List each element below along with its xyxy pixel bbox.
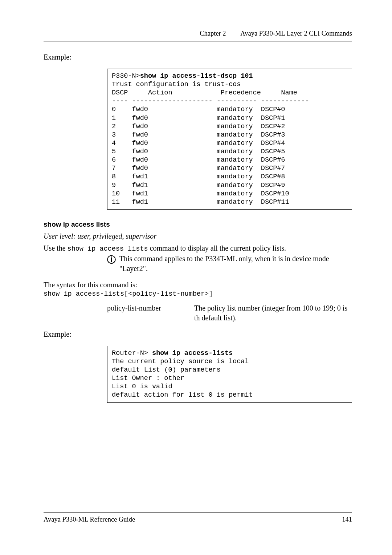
info-note-text: This command applies to the P334T-ML onl… — [119, 254, 352, 274]
ex1-r0-name: DSCP#0 — [261, 106, 285, 113]
ex1-r1-action: fwd0 — [132, 114, 148, 122]
ex1-r0-dscp: 0 — [112, 106, 116, 113]
ex1-r5-prec: mandatory — [217, 148, 253, 155]
ex1-hdr-dscp: DSCP — [112, 89, 128, 97]
ex1-r4-dscp: 4 — [112, 139, 116, 147]
ex2-cmd: show ip access-lists — [152, 349, 233, 357]
usage-cmd-inline: show ip access lists — [68, 245, 148, 253]
ex1-r7-action: fwd0 — [132, 165, 148, 172]
ex1-r3-action: fwd0 — [132, 131, 148, 139]
ex1-r4-prec: mandatory — [217, 139, 253, 147]
ex1-r2-prec: mandatory — [217, 123, 253, 130]
ex1-r1-dscp: 1 — [112, 114, 116, 122]
ex2-line3: List Owner : other — [112, 374, 184, 382]
ex1-r10-prec: mandatory — [217, 190, 253, 198]
ex1-r7-name: DSCP#7 — [261, 165, 285, 172]
ex1-sep1: ---- — [112, 97, 128, 105]
ex1-r5-action: fwd0 — [132, 148, 148, 155]
chapter-label: Chapter 2 — [200, 29, 226, 38]
ex1-r11-prec: mandatory — [217, 198, 253, 206]
ex1-sep3: ---------- — [217, 97, 257, 105]
example2-label: Example: — [44, 329, 352, 339]
footer-rule — [44, 513, 352, 513]
ex1-r3-name: DSCP#3 — [261, 131, 285, 139]
ex1-hdr-precedence: Precedence — [221, 89, 261, 97]
syntax-label: The syntax for this command is: — [44, 280, 352, 290]
ex1-r0-prec: mandatory — [217, 106, 253, 113]
ex1-sep4: ------------ — [261, 97, 309, 105]
ex1-cmd: show ip access-list-dscp 101 — [140, 72, 253, 80]
running-head: Chapter 2 Avaya P330-ML Layer 2 CLI Comm… — [44, 29, 352, 38]
usage-line: Use the show ip access lists command to … — [44, 243, 352, 253]
ex1-r8-prec: mandatory — [217, 173, 253, 181]
ex1-r9-prec: mandatory — [217, 182, 253, 189]
ex1-r2-dscp: 2 — [112, 123, 116, 130]
ex1-r11-action: fwd1 — [132, 198, 148, 206]
ex1-r6-dscp: 6 — [112, 156, 116, 164]
ex1-r2-action: fwd0 — [132, 123, 148, 130]
ex1-r1-prec: mandatory — [217, 114, 253, 122]
ex1-r11-name: DSCP#11 — [261, 198, 289, 206]
ex1-trust-line: Trust configuration is trust-cos — [112, 81, 241, 88]
ex1-r6-action: fwd0 — [132, 156, 148, 164]
ex1-r10-name: DSCP#10 — [261, 190, 289, 198]
ex1-r5-dscp: 5 — [112, 148, 116, 155]
ex1-r4-name: DSCP#4 — [261, 139, 285, 147]
ex1-r8-name: DSCP#8 — [261, 173, 285, 181]
ex2-line2: default List (0) parameters — [112, 366, 221, 374]
user-level-line: User level: user, privileged, supervisor — [44, 231, 352, 241]
ex1-r4-action: fwd0 — [132, 139, 148, 147]
ex2-prompt: Router-N> — [112, 349, 152, 357]
example-label: Example: — [44, 52, 352, 62]
ex1-r9-name: DSCP#9 — [261, 182, 285, 189]
syntax-cmd: show ip access-lists[<policy-list-number… — [44, 290, 352, 298]
example1-code-block: P330-N>show ip access-list-dscp 101 Trus… — [107, 69, 352, 210]
ex2-line5: default action for list 0 is permit — [112, 391, 253, 399]
ex1-r6-prec: mandatory — [217, 156, 253, 164]
ex1-r9-action: fwd1 — [132, 182, 148, 189]
ex1-r8-dscp: 8 — [112, 173, 116, 181]
info-note: ⓘ This command applies to the P334T-ML o… — [107, 254, 352, 274]
info-icon: ⓘ — [107, 254, 119, 266]
usage-suffix: command to display all the current polic… — [148, 244, 286, 252]
ex1-hdr-name: Name — [281, 89, 297, 97]
ex1-r11-dscp: 11 — [112, 198, 120, 206]
ex2-line4: List 0 is valid — [112, 383, 172, 390]
ex1-r1-name: DSCP#1 — [261, 114, 285, 122]
parameter-row: policy-list-number The policy list numbe… — [107, 303, 352, 323]
param-name: policy-list-number — [107, 303, 194, 323]
ex1-r10-dscp: 10 — [112, 190, 120, 198]
page-footer: Avaya P330-ML Reference Guide 141 — [44, 515, 352, 524]
ex1-r2-name: DSCP#2 — [261, 123, 285, 130]
ex1-r6-name: DSCP#6 — [261, 156, 285, 164]
ex1-r7-dscp: 7 — [112, 165, 116, 172]
ex1-prompt: P330-N> — [112, 72, 140, 80]
ex1-r10-action: fwd1 — [132, 190, 148, 198]
ex2-line1: The current policy source is local — [112, 358, 249, 365]
footer-right: 141 — [342, 515, 352, 524]
footer-left: Avaya P330-ML Reference Guide — [44, 515, 135, 524]
chapter-title: Avaya P330-ML Layer 2 CLI Commands — [240, 30, 352, 37]
ex1-r8-action: fwd1 — [132, 173, 148, 181]
section-heading: show ip access lists — [44, 220, 352, 229]
ex1-r5-name: DSCP#5 — [261, 148, 285, 155]
ex1-sep2: -------------------- — [132, 97, 213, 105]
ex1-r3-prec: mandatory — [217, 131, 253, 139]
param-desc: The policy list number (integer from 100… — [194, 303, 352, 323]
ex1-r7-prec: mandatory — [217, 165, 253, 172]
ex1-r9-dscp: 9 — [112, 182, 116, 189]
header-rule — [44, 41, 352, 41]
usage-prefix: Use the — [44, 244, 68, 252]
ex1-r0-action: fwd0 — [132, 106, 148, 113]
example2-code-block: Router-N> show ip access-lists The curre… — [107, 346, 352, 403]
ex1-hdr-action: Action — [148, 89, 172, 97]
ex1-r3-dscp: 3 — [112, 131, 116, 139]
